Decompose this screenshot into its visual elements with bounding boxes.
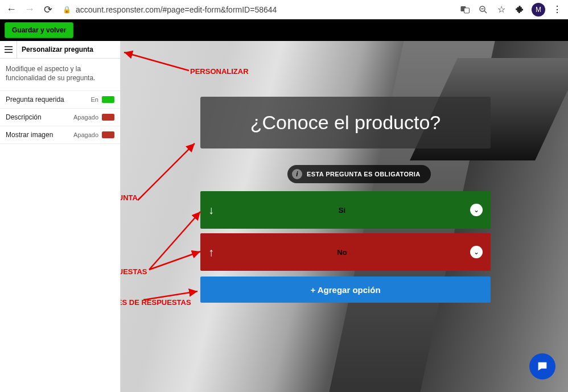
lock-icon: 🔒: [63, 6, 71, 14]
form-canvas: ¿Conoce el producto? i ESTA PREGUNTA ES …: [121, 41, 568, 392]
sidebar-panel: Personalizar pregunta Modifique el aspec…: [0, 41, 121, 392]
svg-line-3: [484, 11, 487, 13]
answer-option-1[interactable]: ↓ Si ⌄: [200, 191, 491, 229]
option-state: Apagado: [73, 131, 98, 138]
sidebar-title: Personalizar pregunta: [17, 46, 93, 53]
save-and-back-button[interactable]: Guardar y volver: [5, 22, 73, 38]
option-row-required: Pregunta requerida En: [0, 91, 120, 109]
zoom-icon[interactable]: [477, 3, 489, 16]
translate-icon[interactable]: [459, 3, 471, 16]
option-label: Pregunta requerida: [6, 96, 64, 104]
annotation-pregunta: PREGUNTA: [121, 193, 138, 202]
option-label: Descripción: [6, 113, 42, 121]
star-icon[interactable]: ☆: [495, 3, 508, 16]
toolbar-icons: ☆ M ⋮: [459, 3, 563, 16]
answer-dropdown-icon[interactable]: ⌄: [470, 246, 483, 258]
sort-down-icon[interactable]: ↓: [208, 204, 214, 217]
mandatory-chip: i ESTA PREGUNTA ES OBLIGATORIA: [287, 165, 431, 183]
add-option-button[interactable]: + Agregar opción: [200, 277, 491, 303]
sidebar-description: Modifique el aspecto y la funcionalidad …: [0, 59, 120, 91]
mandatory-chip-text: ESTA PREGUNTA ES OBLIGATORIA: [307, 171, 421, 178]
annotation-agregar: AGREGAR MÁS OPCIONES DE RESPUESTAS: [121, 298, 191, 307]
answer-dropdown-icon[interactable]: ⌄: [470, 204, 483, 216]
option-label: Mostrar imagen: [6, 131, 53, 139]
answer-option-2[interactable]: ↑ No ⌄: [200, 233, 491, 271]
info-icon: i: [292, 169, 302, 179]
toggle-description[interactable]: [102, 114, 114, 121]
svg-rect-1: [464, 8, 470, 13]
option-state: Apagado: [73, 114, 98, 121]
toggle-required[interactable]: [102, 96, 114, 103]
url-bar[interactable]: 🔒 account.responster.com/#page=edit-form…: [59, 5, 454, 14]
toggle-image[interactable]: [102, 131, 114, 138]
sidebar-menu-icon[interactable]: [0, 41, 17, 58]
option-row-image: Mostrar imagen Apagado: [0, 126, 120, 144]
browser-toolbar: ← → ⟳ 🔒 account.responster.com/#page=edi…: [0, 0, 568, 19]
sort-up-icon[interactable]: ↑: [208, 246, 214, 259]
option-state: En: [91, 96, 98, 103]
answer-label[interactable]: No: [214, 248, 470, 257]
nav-reload-button[interactable]: ⟳: [41, 3, 55, 16]
chat-help-button[interactable]: [529, 353, 555, 379]
question-text-box[interactable]: ¿Conoce el producto?: [200, 97, 491, 148]
profile-avatar[interactable]: M: [532, 3, 545, 16]
url-text: account.responster.com/#page=edit-form&f…: [76, 5, 277, 14]
option-row-description: Descripción Apagado: [0, 109, 120, 126]
app-topbar: Guardar y volver: [0, 19, 568, 41]
annotation-posibles: POSIBLES RESPUESTAS: [121, 267, 147, 276]
overflow-menu-icon[interactable]: ⋮: [551, 3, 563, 16]
answer-label[interactable]: Si: [214, 206, 470, 214]
extensions-icon[interactable]: [513, 3, 526, 16]
annotation-personalizar: PERSONALIZAR: [190, 67, 249, 76]
nav-fwd-button[interactable]: →: [23, 3, 36, 16]
nav-back-button[interactable]: ←: [5, 3, 18, 16]
